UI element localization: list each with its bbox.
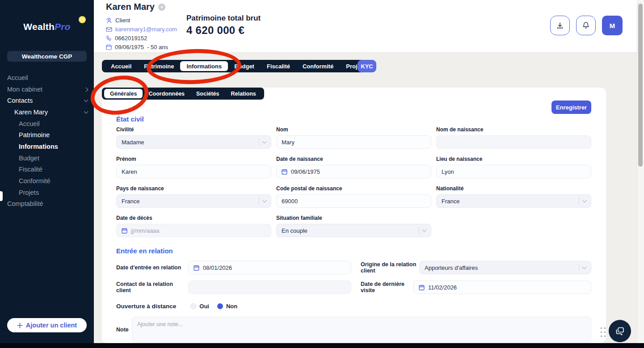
origine-select[interactable]: Apporteurs d'affaires bbox=[419, 261, 591, 274]
derniere-visite-input[interactable]: 11/02/2026 bbox=[413, 281, 591, 294]
sidebar-item-client-conformite[interactable]: Conformité bbox=[0, 175, 94, 187]
client-birthdate: 09/06/1975 - 50 ans bbox=[106, 44, 177, 50]
calendar-icon bbox=[106, 44, 112, 50]
sidebar-item-client-informations[interactable]: Informations bbox=[0, 141, 94, 152]
chevron-down-icon bbox=[422, 228, 427, 232]
field-lieu-naissance: Lieu de naissance bbox=[436, 156, 591, 178]
wealth-summary: Patrimoine total brut 4 620 000 € bbox=[186, 14, 261, 37]
client-info: Client karenmary1@mary.com 0662019152 09… bbox=[106, 17, 177, 50]
chevron-down-icon bbox=[582, 198, 587, 203]
subtab-societes[interactable]: Sociétés bbox=[190, 89, 225, 98]
date-deces-input[interactable]: jj/mm/aaaa bbox=[116, 224, 271, 237]
chat-button[interactable] bbox=[609, 320, 631, 342]
informations-subtabbar: Générales Coordonnées Sociétés Relations bbox=[102, 88, 264, 100]
sidebar-item-mon-cabinet[interactable]: Mon cabinet bbox=[0, 84, 94, 95]
ouverture-distance-label: Ouverture à distance bbox=[116, 303, 176, 310]
sidebar: WealthPro Wealthcome CGP Accueil Mon cab… bbox=[0, 0, 94, 343]
tab-conformite[interactable]: Conformité bbox=[296, 61, 340, 71]
section-title-entree-relation: Entrée en relation bbox=[116, 247, 591, 255]
client-email[interactable]: karenmary1@mary.com bbox=[106, 26, 177, 33]
scrollbar-thumb[interactable] bbox=[638, 4, 643, 167]
wealth-label: Patrimoine total brut bbox=[186, 14, 261, 23]
field-pays-naissance: Pays de naissance France bbox=[116, 185, 271, 208]
calendar-icon bbox=[122, 228, 127, 234]
field-situation-familiale: Situation familiale En couple bbox=[276, 215, 431, 237]
tab-fiscalite[interactable]: Fiscalité bbox=[261, 61, 296, 71]
tab-accueil[interactable]: Accueil bbox=[105, 61, 138, 71]
organization-button[interactable]: Wealthcome CGP bbox=[7, 51, 87, 62]
derniere-visite-label: Date de dernière visite bbox=[356, 281, 413, 293]
tab-patrimoine[interactable]: Patrimoine bbox=[138, 61, 180, 71]
download-icon bbox=[556, 21, 564, 29]
radio-off-icon bbox=[190, 303, 196, 309]
field-code-postal: Code postal de naissance bbox=[276, 185, 431, 208]
contact-relation-label: Contact de la relation client bbox=[116, 281, 188, 293]
general-info-form: État civil Civilité Madame Nom Nom de na… bbox=[116, 115, 591, 343]
sidebar-item-accueil[interactable]: Accueil bbox=[0, 72, 94, 84]
sidebar-item-client-patrimoine[interactable]: Patrimoine bbox=[0, 129, 94, 141]
sidebar-item-comptabilite[interactable]: Comptabilité bbox=[0, 198, 94, 210]
tab-informations[interactable]: Informations bbox=[180, 61, 228, 71]
subtab-coordonnees[interactable]: Coordonnées bbox=[143, 89, 190, 98]
organization-label: Wealthcome CGP bbox=[22, 53, 72, 60]
app-logo: WealthPro bbox=[0, 21, 94, 32]
add-tag-icon[interactable]: + bbox=[158, 4, 165, 11]
nom-input[interactable] bbox=[282, 139, 426, 146]
client-age: - 50 ans bbox=[147, 44, 168, 50]
add-client-button[interactable]: Ajouter un client bbox=[7, 318, 87, 332]
tab-budget[interactable]: Budget bbox=[228, 61, 261, 71]
informations-card: Générales Coordonnées Sociétés Relations… bbox=[102, 88, 606, 343]
nationalite-select[interactable]: France bbox=[436, 194, 591, 208]
contact-relation-input[interactable] bbox=[194, 284, 346, 291]
field-nom: Nom bbox=[276, 126, 431, 149]
field-date-naissance: Date de naissance 09/06/1975 bbox=[276, 156, 431, 178]
situation-familiale-select[interactable]: En couple bbox=[276, 224, 431, 237]
chevron-down-icon bbox=[262, 139, 267, 144]
sidebar-item-client-budget[interactable]: Budget bbox=[0, 152, 94, 164]
logo-wealth: Wealth bbox=[23, 21, 55, 32]
chevron-down-icon bbox=[582, 265, 587, 269]
user-avatar[interactable]: M bbox=[602, 16, 623, 35]
radio-non[interactable]: Non bbox=[217, 303, 237, 310]
chevron-down-icon bbox=[84, 109, 88, 114]
field-civilite: Civilité Madame bbox=[116, 126, 271, 149]
date-entree-input[interactable]: 08/01/2026 bbox=[188, 261, 351, 274]
field-prenom: Prénom bbox=[116, 156, 271, 178]
origine-label: Origine de la relation client bbox=[356, 261, 419, 274]
logo-pro: Pro bbox=[55, 21, 71, 32]
download-button[interactable] bbox=[550, 16, 570, 35]
note-label: Note bbox=[116, 327, 132, 333]
prenom-input[interactable] bbox=[122, 168, 266, 175]
chevron-right-icon bbox=[84, 87, 88, 92]
kyc-button[interactable]: KYC bbox=[358, 60, 376, 72]
phone-icon bbox=[106, 35, 112, 41]
pays-naissance-select[interactable]: France bbox=[116, 194, 271, 208]
field-nationalite: Nationalité France bbox=[436, 185, 591, 208]
clock-status-icon[interactable] bbox=[79, 16, 86, 23]
code-postal-input[interactable] bbox=[282, 198, 426, 205]
subtab-relations[interactable]: Relations bbox=[225, 89, 261, 98]
client-phone[interactable]: 0662019152 bbox=[106, 35, 177, 42]
envelope-icon bbox=[106, 27, 112, 32]
note-textarea[interactable] bbox=[132, 317, 591, 343]
field-date-deces: Date de décès jj/mm/aaaa bbox=[116, 215, 271, 237]
civilite-select[interactable]: Madame bbox=[116, 135, 271, 149]
date-naissance-input[interactable]: 09/06/1975 bbox=[276, 165, 431, 178]
lieu-naissance-input[interactable] bbox=[442, 168, 586, 175]
nom-naissance-input[interactable] bbox=[442, 139, 586, 146]
main-content: Accueil Patrimoine Informations Budget F… bbox=[94, 52, 644, 343]
notifications-button[interactable] bbox=[576, 16, 596, 35]
widget-drag-handle[interactable] bbox=[601, 327, 606, 337]
add-client-label: Ajouter un client bbox=[26, 322, 77, 329]
sidebar-item-karen-mary[interactable]: Karen Mary bbox=[0, 106, 94, 118]
sidebar-item-contacts[interactable]: Contacts bbox=[0, 95, 94, 106]
subtab-generales[interactable]: Générales bbox=[104, 89, 143, 98]
sidebar-item-client-projets[interactable]: Projets bbox=[0, 187, 94, 198]
section-title-etat-civil: État civil bbox=[116, 115, 591, 123]
save-button[interactable]: Enregistrer bbox=[551, 101, 591, 114]
scrollbar-track[interactable] bbox=[637, 0, 644, 348]
radio-oui[interactable]: Oui bbox=[190, 303, 209, 310]
calendar-icon bbox=[194, 265, 199, 271]
sidebar-item-client-accueil[interactable]: Accueil bbox=[0, 118, 94, 130]
sidebar-item-client-fiscalite[interactable]: Fiscalité bbox=[0, 164, 94, 176]
